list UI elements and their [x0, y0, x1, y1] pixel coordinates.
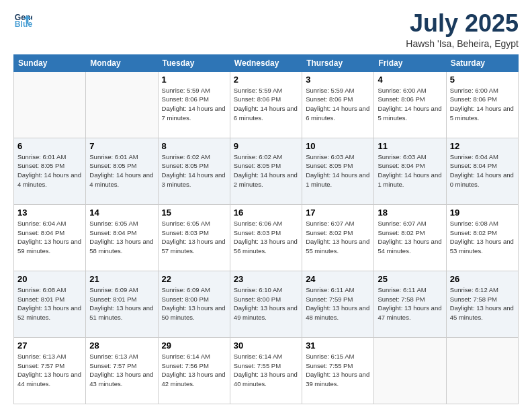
day-info: Sunrise: 6:00 AM Sunset: 8:06 PM Dayligh…: [378, 86, 442, 123]
day-info: Sunrise: 5:59 AM Sunset: 8:06 PM Dayligh…: [162, 86, 226, 123]
table-row: 16Sunrise: 6:06 AM Sunset: 8:03 PM Dayli…: [230, 204, 302, 271]
day-info: Sunrise: 6:07 AM Sunset: 8:02 PM Dayligh…: [378, 219, 442, 256]
col-sunday: Sunday: [14, 54, 86, 71]
day-info: Sunrise: 6:02 AM Sunset: 8:05 PM Dayligh…: [234, 152, 298, 189]
header: General Blue July 2025 Hawsh 'Isa, Behei…: [13, 10, 519, 49]
day-info: Sunrise: 6:10 AM Sunset: 8:00 PM Dayligh…: [234, 285, 298, 322]
page: General Blue July 2025 Hawsh 'Isa, Behei…: [0, 0, 532, 411]
col-thursday: Thursday: [302, 54, 374, 71]
day-number: 1: [162, 75, 226, 85]
table-row: 14Sunrise: 6:05 AM Sunset: 8:04 PM Dayli…: [86, 204, 158, 271]
day-number: 12: [450, 141, 515, 151]
table-row: 18Sunrise: 6:07 AM Sunset: 8:02 PM Dayli…: [374, 204, 446, 271]
day-info: Sunrise: 6:14 AM Sunset: 7:55 PM Dayligh…: [234, 352, 298, 389]
table-row: 6Sunrise: 6:01 AM Sunset: 8:05 PM Daylig…: [14, 138, 86, 204]
day-number: 3: [306, 75, 370, 85]
table-row: 20Sunrise: 6:08 AM Sunset: 8:01 PM Dayli…: [14, 271, 86, 337]
day-info: Sunrise: 6:11 AM Sunset: 7:58 PM Dayligh…: [378, 285, 442, 322]
header-row: Sunday Monday Tuesday Wednesday Thursday…: [14, 54, 519, 71]
day-number: 29: [162, 340, 226, 351]
table-row: 3Sunrise: 5:59 AM Sunset: 8:06 PM Daylig…: [302, 71, 374, 138]
day-number: 8: [162, 141, 226, 151]
day-info: Sunrise: 6:00 AM Sunset: 8:06 PM Dayligh…: [450, 86, 515, 123]
day-info: Sunrise: 6:04 AM Sunset: 8:04 PM Dayligh…: [450, 152, 515, 189]
day-info: Sunrise: 6:05 AM Sunset: 8:03 PM Dayligh…: [162, 219, 226, 256]
table-row: 26Sunrise: 6:12 AM Sunset: 7:58 PM Dayli…: [446, 271, 518, 337]
day-number: 31: [306, 340, 370, 351]
day-number: 2: [234, 75, 298, 85]
day-info: Sunrise: 6:03 AM Sunset: 8:04 PM Dayligh…: [378, 152, 442, 189]
day-info: Sunrise: 6:02 AM Sunset: 8:05 PM Dayligh…: [162, 152, 226, 189]
col-tuesday: Tuesday: [158, 54, 230, 71]
table-row: 15Sunrise: 6:05 AM Sunset: 8:03 PM Dayli…: [158, 204, 230, 271]
logo-icon: General Blue: [13, 10, 32, 29]
table-row: 30Sunrise: 6:14 AM Sunset: 7:55 PM Dayli…: [230, 337, 302, 404]
table-row: [374, 337, 446, 404]
day-info: Sunrise: 6:08 AM Sunset: 8:02 PM Dayligh…: [450, 219, 515, 256]
day-number: 20: [17, 274, 82, 284]
title-area: July 2025 Hawsh 'Isa, Beheira, Egypt: [406, 10, 519, 49]
table-row: 24Sunrise: 6:11 AM Sunset: 7:59 PM Dayli…: [302, 271, 374, 337]
table-row: 19Sunrise: 6:08 AM Sunset: 8:02 PM Dayli…: [446, 204, 518, 271]
day-info: Sunrise: 6:06 AM Sunset: 8:03 PM Dayligh…: [234, 219, 298, 256]
table-row: 8Sunrise: 6:02 AM Sunset: 8:05 PM Daylig…: [158, 138, 230, 204]
day-number: 23: [234, 274, 298, 284]
day-number: 27: [17, 340, 82, 351]
table-row: 4Sunrise: 6:00 AM Sunset: 8:06 PM Daylig…: [374, 71, 446, 138]
day-info: Sunrise: 6:13 AM Sunset: 7:57 PM Dayligh…: [89, 352, 154, 389]
day-info: Sunrise: 6:12 AM Sunset: 7:58 PM Dayligh…: [450, 285, 515, 322]
day-number: 24: [306, 274, 370, 284]
day-info: Sunrise: 6:01 AM Sunset: 8:05 PM Dayligh…: [89, 152, 154, 189]
logo: General Blue: [13, 10, 32, 29]
day-info: Sunrise: 6:01 AM Sunset: 8:05 PM Dayligh…: [17, 152, 82, 189]
day-info: Sunrise: 6:03 AM Sunset: 8:05 PM Dayligh…: [306, 152, 370, 189]
day-number: 9: [234, 141, 298, 151]
day-info: Sunrise: 6:15 AM Sunset: 7:55 PM Dayligh…: [306, 352, 370, 389]
table-row: 7Sunrise: 6:01 AM Sunset: 8:05 PM Daylig…: [86, 138, 158, 204]
day-number: 10: [306, 141, 370, 151]
day-number: 13: [17, 208, 82, 218]
table-row: 13Sunrise: 6:04 AM Sunset: 8:04 PM Dayli…: [14, 204, 86, 271]
day-info: Sunrise: 6:09 AM Sunset: 8:01 PM Dayligh…: [89, 285, 154, 322]
day-number: 5: [450, 75, 515, 85]
day-number: 21: [89, 274, 154, 284]
table-row: 17Sunrise: 6:07 AM Sunset: 8:02 PM Dayli…: [302, 204, 374, 271]
col-monday: Monday: [86, 54, 158, 71]
table-row: 25Sunrise: 6:11 AM Sunset: 7:58 PM Dayli…: [374, 271, 446, 337]
day-number: 11: [378, 141, 442, 151]
day-info: Sunrise: 5:59 AM Sunset: 8:06 PM Dayligh…: [306, 86, 370, 123]
day-info: Sunrise: 6:05 AM Sunset: 8:04 PM Dayligh…: [89, 219, 154, 256]
day-info: Sunrise: 5:59 AM Sunset: 8:06 PM Dayligh…: [234, 86, 298, 123]
day-number: 17: [306, 208, 370, 218]
table-row: 21Sunrise: 6:09 AM Sunset: 8:01 PM Dayli…: [86, 271, 158, 337]
table-row: 11Sunrise: 6:03 AM Sunset: 8:04 PM Dayli…: [374, 138, 446, 204]
day-number: 4: [378, 75, 442, 85]
day-number: 16: [234, 208, 298, 218]
day-number: 30: [234, 340, 298, 351]
day-number: 28: [89, 340, 154, 351]
col-saturday: Saturday: [446, 54, 518, 71]
table-row: 27Sunrise: 6:13 AM Sunset: 7:57 PM Dayli…: [14, 337, 86, 404]
table-row: 22Sunrise: 6:09 AM Sunset: 8:00 PM Dayli…: [158, 271, 230, 337]
table-row: 1Sunrise: 5:59 AM Sunset: 8:06 PM Daylig…: [158, 71, 230, 138]
table-row: [86, 71, 158, 138]
day-number: 18: [378, 208, 442, 218]
day-info: Sunrise: 6:14 AM Sunset: 7:56 PM Dayligh…: [162, 352, 226, 389]
table-row: 10Sunrise: 6:03 AM Sunset: 8:05 PM Dayli…: [302, 138, 374, 204]
day-number: 6: [17, 141, 82, 151]
day-info: Sunrise: 6:11 AM Sunset: 7:59 PM Dayligh…: [306, 285, 370, 322]
col-wednesday: Wednesday: [230, 54, 302, 71]
table-row: 9Sunrise: 6:02 AM Sunset: 8:05 PM Daylig…: [230, 138, 302, 204]
table-row: 5Sunrise: 6:00 AM Sunset: 8:06 PM Daylig…: [446, 71, 518, 138]
svg-text:Blue: Blue: [15, 19, 32, 29]
day-number: 19: [450, 208, 515, 218]
day-number: 14: [89, 208, 154, 218]
calendar: Sunday Monday Tuesday Wednesday Thursday…: [13, 54, 519, 404]
table-row: 12Sunrise: 6:04 AM Sunset: 8:04 PM Dayli…: [446, 138, 518, 204]
month-title: July 2025: [406, 10, 519, 37]
location: Hawsh 'Isa, Beheira, Egypt: [406, 38, 519, 49]
table-row: 2Sunrise: 5:59 AM Sunset: 8:06 PM Daylig…: [230, 71, 302, 138]
day-info: Sunrise: 6:13 AM Sunset: 7:57 PM Dayligh…: [17, 352, 82, 389]
day-number: 7: [89, 141, 154, 151]
day-info: Sunrise: 6:09 AM Sunset: 8:00 PM Dayligh…: [162, 285, 226, 322]
